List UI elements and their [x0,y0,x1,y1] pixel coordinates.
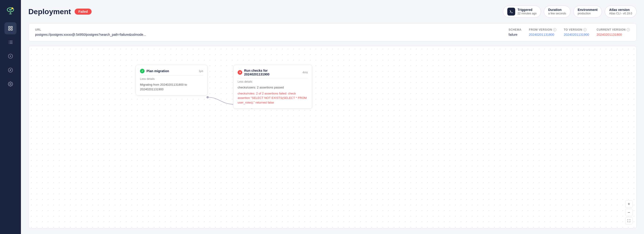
duration-pill: Duration a few seconds [544,5,570,18]
environment-label: Environment [578,8,598,12]
plan-migration-node: ✓ Plan migration 1μs Less details Migrat… [136,65,208,95]
plan-migration-less-details[interactable]: Less details [140,77,203,81]
current-version-info-icon: i [626,28,630,31]
sidebar-item-list[interactable] [4,36,16,48]
connector-svg [28,46,636,228]
plan-migration-body: Migrating from 20240201131800 to 2024020… [140,82,203,91]
current-version-column: Current version i 20240201131800 [596,28,630,36]
url-column: URL postgres://postgres:xxxxx@:54950/pos… [35,28,501,36]
page-title: Deployment [28,7,71,16]
run-checks-title: Run checks for20240201131900 [244,69,270,76]
duration-value: a few seconds [548,12,566,15]
plan-migration-duration: 1μs [198,69,203,73]
svg-point-3 [12,7,13,9]
svg-point-2 [9,9,12,11]
environment-value: production [578,12,598,15]
zoom-in-button[interactable]: + [625,200,632,208]
schema-col-header-label: Schema [508,28,522,31]
url-card: URL postgres://postgres:xxxxx@:54950/pos… [28,23,636,41]
svg-marker-13 [10,55,12,57]
current-version-value[interactable]: 20240201131800 [596,33,630,36]
sidebar-item-compass[interactable] [4,64,16,76]
atlas-version-pill: Atlas version Atlas CLI - v0.19.0 [605,5,636,18]
main-content: Deployment Failed Triggered 22 minutes a… [21,0,644,234]
page-header: Deployment Failed Triggered 22 minutes a… [28,5,636,18]
from-version-column: From version i 20240201131800 [529,28,556,36]
sidebar-item-settings[interactable] [4,78,16,90]
header-meta-pills: Triggered 22 minutes ago Duration a few … [503,5,636,18]
url-value: postgres://postgres:xxxxx@:54950/postgre… [35,33,501,36]
schema-value: failure [508,33,522,36]
run-checks-divider [238,78,308,78]
to-version-column: To version i 20240201131900 [564,28,589,36]
zoom-out-button[interactable]: − [625,209,632,216]
run-checks-node: ✕ Run checks for20240201131900 4ms Less … [233,65,312,109]
checks-error-text: checks/roles: 2 of 2 assertions failed: … [238,91,308,105]
run-checks-less-details[interactable]: Less details [238,80,308,83]
run-checks-status-icon: ✕ [238,70,242,75]
atlas-version-label: Atlas version [609,8,632,12]
to-version-value[interactable]: 20240201131900 [564,33,589,36]
duration-label: Duration [548,8,566,12]
atlas-version-value: Atlas CLI - v0.19.0 [609,12,632,15]
url-col-header-label: URL [35,28,41,31]
zoom-fit-button[interactable] [625,217,632,225]
plan-migration-title: Plan migration [146,69,169,73]
svg-marker-15 [10,69,12,71]
run-checks-body: checks/users: 2 assertions passed checks… [238,85,308,105]
triggered-pill: Triggered 22 minutes ago [503,5,541,18]
triggered-value: 22 minutes ago [518,12,536,15]
app-logo [4,4,17,17]
plan-migration-status-icon: ✓ [140,69,144,73]
sidebar-item-deployments[interactable] [4,22,16,34]
environment-pill: Environment production [573,5,602,18]
svg-point-18 [206,96,209,98]
flow-canvas: ✓ Plan migration 1μs Less details Migrat… [28,46,636,229]
zoom-controls: + − [625,200,632,225]
status-badge: Failed [75,8,91,15]
sidebar [0,0,21,234]
schema-column: Schema failure [508,28,522,36]
run-checks-duration: 4ms [302,71,308,74]
triggered-label: Triggered [518,8,536,12]
current-version-col-header-label: Current version [596,28,626,31]
checks-pass-text: checks/users: 2 assertions passed [238,85,308,90]
to-version-col-header-label: To version [564,28,582,31]
from-version-value[interactable]: 20240201131800 [529,33,556,36]
svg-point-16 [10,83,11,85]
to-version-info-icon: i [583,28,586,31]
from-version-info-icon: i [553,28,556,31]
plan-migration-divider [140,75,203,75]
terminal-icon [507,8,515,15]
from-version-col-header-label: From version [529,28,552,31]
sidebar-item-play[interactable] [4,50,16,62]
